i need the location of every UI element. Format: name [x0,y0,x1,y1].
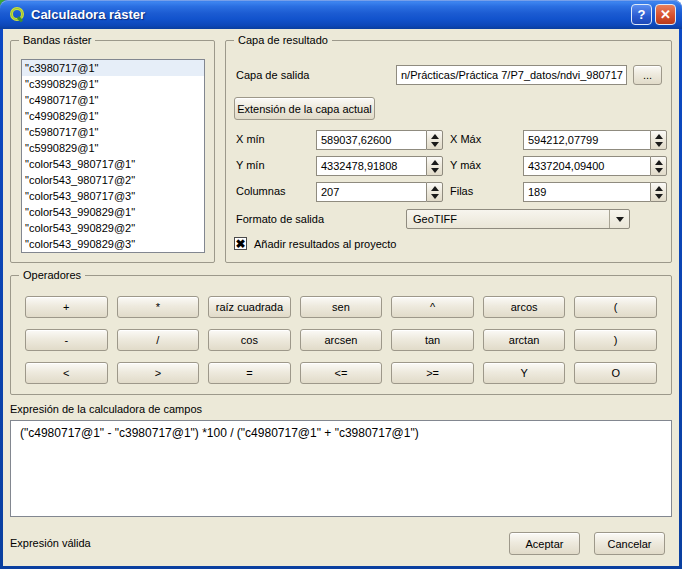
operator-button[interactable]: - [25,329,108,351]
spin-up-icon[interactable] [655,160,663,165]
spin-down-icon[interactable] [431,142,439,147]
cancel-button[interactable]: Cancelar [594,532,665,555]
operator-button[interactable]: = [208,362,291,384]
ymin-label: Y mín [236,159,265,171]
columns-spin-buttons[interactable] [426,182,443,202]
operator-button[interactable]: arcsen [300,329,383,351]
spin-down-icon[interactable] [431,168,439,173]
current-layer-extent-button[interactable]: Extensión de la capa actual [234,97,375,120]
operator-button[interactable]: ^ [391,296,474,318]
operator-button[interactable]: raíz cuadrada [208,296,291,318]
rows-value[interactable]: 189 [523,182,650,202]
output-layer-path-field[interactable]: n/Prácticas/Práctica 7/P7_datos/ndvi_980… [396,65,627,85]
operator-button[interactable]: ) [574,329,657,351]
expression-label: Expresión de la calculadora de campos [10,403,202,415]
qgis-icon [9,6,26,23]
raster-calculator-window: Calculadora ráster ? ✕ Bandas ráster "c3… [0,0,682,569]
band-list-item[interactable]: "c4990829@1" [22,108,204,124]
ymin-spinbox[interactable]: 4332478,91808 [316,156,443,176]
xmax-spin-buttons[interactable] [650,130,667,150]
operators-group-label: Operadores [19,269,85,281]
titlebar[interactable]: Calculadora ráster ? ✕ [0,0,682,29]
output-format-combobox[interactable]: GeoTIFF [406,209,630,229]
operator-button[interactable]: sen [300,296,383,318]
chevron-down-icon [616,217,624,222]
band-list-item[interactable]: "color543_980717@3" [22,188,204,204]
spin-up-icon[interactable] [655,134,663,139]
raster-bands-group-label: Bandas ráster [19,34,95,46]
output-format-value: GeoTIFF [407,210,609,228]
spin-up-icon[interactable] [431,160,439,165]
band-list-item[interactable]: "c3990829@1" [22,76,204,92]
ymin-value[interactable]: 4332478,91808 [316,156,426,176]
xmax-value[interactable]: 594212,07799 [523,130,650,150]
add-results-checkbox[interactable]: ✖ [234,237,247,250]
band-list[interactable]: "c3980717@1" "c3990829@1" "c4980717@1" "… [21,59,205,253]
operator-button[interactable]: Y [483,362,566,384]
browse-output-button[interactable]: ... [633,65,662,85]
band-list-item[interactable]: "c4980717@1" [22,92,204,108]
columns-value[interactable]: 207 [316,182,426,202]
ymax-value[interactable]: 4337204,09400 [523,156,650,176]
operators-group: Operadores + * raíz cuadrada sen ^ arcos… [10,275,672,395]
spin-down-icon[interactable] [655,142,663,147]
operator-button[interactable]: > [117,362,200,384]
dialog-body: Bandas ráster "c3980717@1" "c3990829@1" … [3,29,679,566]
help-button[interactable]: ? [631,4,652,25]
window-title: Calculadora ráster [31,7,628,22]
xmax-spinbox[interactable]: 594212,07799 [523,130,667,150]
operators-grid: + * raíz cuadrada sen ^ arcos ( - / cos … [25,296,657,384]
operator-button[interactable]: <= [300,362,383,384]
output-layer-label: Capa de salida [236,69,309,81]
output-format-label: Formato de salida [236,213,324,225]
xmax-label: X Máx [450,133,481,145]
band-list-item[interactable]: "color543_990829@1" [22,204,204,220]
xmin-spinbox[interactable]: 589037,62600 [316,130,443,150]
operator-button[interactable]: / [117,329,200,351]
result-layer-group: Capa de resultado Capa de salida n/Práct… [225,40,672,263]
columns-spinbox[interactable]: 207 [316,182,443,202]
rows-spinbox[interactable]: 189 [523,182,667,202]
operator-button[interactable]: tan [391,329,474,351]
xmin-spin-buttons[interactable] [426,130,443,150]
operator-button[interactable]: * [117,296,200,318]
spin-down-icon[interactable] [655,194,663,199]
spin-down-icon[interactable] [431,194,439,199]
raster-bands-group: Bandas ráster "c3980717@1" "c3990829@1" … [10,40,215,263]
expression-textarea[interactable]: ("c4980717@1" - "c3980717@1") *100 / ("c… [10,420,672,517]
band-list-item[interactable]: "c3980717@1" [22,60,204,76]
columns-label: Columnas [236,185,286,197]
operator-button[interactable]: arcos [483,296,566,318]
spin-up-icon[interactable] [431,134,439,139]
band-list-item[interactable]: "color543_980717@2" [22,172,204,188]
accept-button[interactable]: Aceptar [509,532,580,555]
rows-spin-buttons[interactable] [650,182,667,202]
ymax-spinbox[interactable]: 4337204,09400 [523,156,667,176]
xmin-label: X mín [236,133,265,145]
operator-button[interactable]: O [574,362,657,384]
ymax-spin-buttons[interactable] [650,156,667,176]
spin-down-icon[interactable] [655,168,663,173]
combo-dropdown-button[interactable] [609,210,629,228]
operator-button[interactable]: ( [574,296,657,318]
band-list-item[interactable]: "color543_990829@2" [22,220,204,236]
operator-button[interactable]: arctan [483,329,566,351]
expression-status: Expresión válida [10,537,91,549]
operator-button[interactable]: + [25,296,108,318]
band-list-item[interactable]: "c5980717@1" [22,124,204,140]
ymin-spin-buttons[interactable] [426,156,443,176]
operator-button[interactable]: >= [391,362,474,384]
close-button[interactable]: ✕ [655,4,676,25]
checkbox-check-icon: ✖ [235,238,245,250]
spin-up-icon[interactable] [431,186,439,191]
operator-button[interactable]: cos [208,329,291,351]
xmin-value[interactable]: 589037,62600 [316,130,426,150]
operator-button[interactable]: < [25,362,108,384]
rows-label: Filas [450,185,473,197]
result-layer-group-label: Capa de resultado [234,34,332,46]
band-list-item[interactable]: "color543_980717@1" [22,156,204,172]
band-list-item[interactable]: "color543_990829@3" [22,236,204,252]
ymax-label: Y máx [450,159,481,171]
spin-up-icon[interactable] [655,186,663,191]
band-list-item[interactable]: "c5990829@1" [22,140,204,156]
